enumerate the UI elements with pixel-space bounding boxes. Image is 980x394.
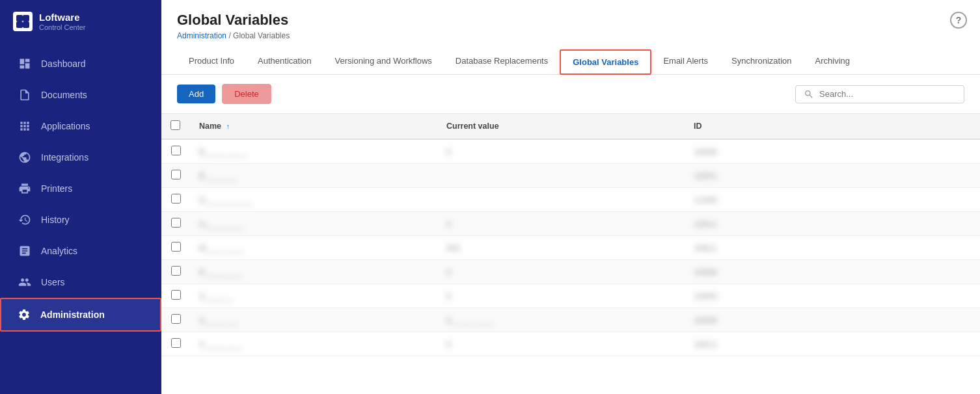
row-checkbox[interactable] [171,266,181,276]
row-id: 10011 [694,219,717,229]
row-name-link[interactable]: S______ [199,291,233,301]
sort-asc-icon[interactable]: ↑ [226,122,230,130]
tab-database-replacements[interactable]: Database Replacements [444,49,560,74]
row-name-link[interactable]: In________ [199,219,244,229]
row-checkbox[interactable] [171,170,181,179]
row-value-cell: 0 [437,284,685,308]
row-checkbox-cell [161,260,190,284]
sidebar-item-documents-label: Documents [41,90,87,100]
sidebar-nav: Dashboard Documents Applications Integra… [0,43,161,394]
row-name-link[interactable]: R________ [199,267,243,277]
row-id: 10000 [694,291,717,301]
row-checkbox[interactable] [171,242,181,252]
svg-rect-3 [23,21,29,28]
row-name-link[interactable]: S_______ [199,315,238,325]
tab-archiving[interactable]: Archiving [804,49,862,74]
tab-synchronization[interactable]: Synchronization [720,49,804,74]
sidebar-item-applications[interactable]: Applications [0,111,161,142]
row-id-cell: 11500 [685,188,980,212]
th-id: ID [685,114,980,139]
search-box [795,85,964,103]
sidebar-item-administration[interactable]: Administration [0,298,161,332]
row-value: 0 [446,147,451,157]
th-name-label: Name [199,122,221,131]
table-row: V________ 0 10011 [161,332,980,356]
row-name-link[interactable]: M________ [199,243,244,253]
row-value-cell: 0 [437,139,685,164]
row-name-cell: M________ [190,236,437,260]
row-name-link[interactable]: B_________ [199,147,247,157]
breadcrumb-current: Global Variables [233,31,290,40]
row-checkbox-cell [161,236,190,260]
row-name-cell: S______ [190,284,437,308]
sidebar-item-dashboard[interactable]: Dashboard [0,48,161,79]
app-subtitle: Control Center [39,23,86,31]
breadcrumb: Administration / Global Variables [177,31,290,40]
row-value-cell [437,164,685,188]
row-id-cell: 10011 [685,332,980,356]
sidebar-item-dashboard-label: Dashboard [41,59,86,69]
sidebar-item-history[interactable]: History [0,204,161,235]
row-id: 11500 [694,195,717,205]
help-button[interactable]: ? [950,12,967,29]
row-value-cell: 0 [437,332,685,356]
breadcrumb-parent-link[interactable]: Administration [177,31,226,40]
row-value: 001 [446,243,461,253]
row-id-cell: 10000 [685,284,980,308]
users-icon [18,275,32,289]
tab-product-info[interactable]: Product Info [177,49,246,74]
sidebar: Loftware Control Center Dashboard Docume… [0,0,161,394]
global-variables-table: Name ↑ Current value ID B_________ 0 [161,114,980,356]
sidebar-item-users[interactable]: Users [0,267,161,298]
history-icon [18,213,32,227]
row-value-cell: 0 [437,260,685,284]
row-name-link[interactable]: B_______ [199,171,238,181]
row-id-cell: 10011 [685,212,980,236]
table-row: M________ 001 10811 [161,236,980,260]
sidebar-item-documents[interactable]: Documents [0,79,161,111]
th-current-value: Current value [437,114,685,139]
row-checkbox[interactable] [171,338,181,348]
tab-authentication[interactable]: Authentication [246,49,323,74]
add-button[interactable]: Add [177,85,215,103]
table-body: B_________ 0 10000 B_______ 10001 [161,139,980,356]
row-checkbox[interactable] [171,290,181,300]
main-content: Global Variables Administration / Global… [161,0,980,394]
table-row: R________ 0 10000 [161,260,980,284]
th-checkbox [161,114,190,139]
svg-rect-2 [16,21,23,28]
row-name-cell: B_______ [190,164,437,188]
row-id: 10001 [694,171,717,181]
documents-icon [18,88,32,102]
sidebar-item-integrations[interactable]: Integrations [0,142,161,173]
row-id-cell: 10000 [685,260,980,284]
row-checkbox-cell [161,212,190,236]
row-id: 10811 [694,243,717,253]
select-all-checkbox[interactable] [170,120,180,130]
row-checkbox[interactable] [171,146,181,155]
delete-button[interactable]: Delete [222,84,271,104]
row-checkbox[interactable] [171,314,181,324]
row-value-cell: 0_________ [437,308,685,332]
row-value-cell: 0 [437,212,685,236]
sidebar-item-analytics[interactable]: Analytics [0,235,161,267]
row-id-cell: 10000 [685,139,980,164]
row-name-link[interactable]: V________ [199,339,243,349]
search-input[interactable] [819,89,956,99]
sidebar-item-printers[interactable]: Printers [0,173,161,204]
th-name: Name ↑ [190,114,437,139]
applications-icon [18,119,32,133]
sidebar-item-printers-label: Printers [41,183,72,194]
row-name-link[interactable]: G__________ [199,195,252,205]
row-checkbox-cell [161,188,190,212]
dashboard-icon [18,57,32,71]
sidebar-item-integrations-label: Integrations [41,152,88,163]
tab-versioning[interactable]: Versioning and Workflows [323,49,444,74]
table-row: G__________ 11500 [161,188,980,212]
tab-global-variables[interactable]: Global Variables [560,49,651,75]
table-row: B_______ 10001 [161,164,980,188]
row-checkbox[interactable] [171,194,181,204]
row-value-cell: 001 [437,236,685,260]
tab-email-alerts[interactable]: Email Alerts [651,49,720,74]
row-checkbox[interactable] [171,218,181,228]
